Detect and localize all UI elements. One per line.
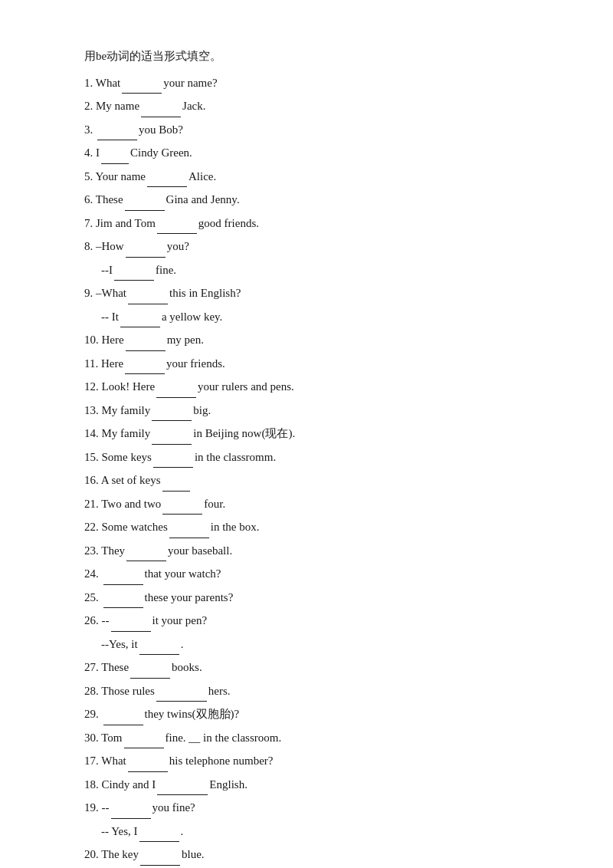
list-item: 13. My familybig. [84,399,529,422]
list-item: 28. Those ruleshers. [84,680,529,702]
list-item: 9. –Whatthis in English? [84,282,529,304]
list-item: 6. TheseGina and Jenny. [84,189,529,211]
list-item: 30. Tomfine. __ in the classroom. [84,727,529,749]
list-item: 14. My familyin Beijing now(现在). [84,422,529,445]
list-item: 3. you Bob? [84,119,529,141]
list-item: -- Ita yellow key. [84,306,529,328]
list-item: -- Yes, I. [84,820,529,843]
list-item: 18. Cindy and IEnglish. [84,774,529,796]
list-item: 23. Theyyour baseball. [84,540,529,562]
list-item: 1. Whatyour name? [84,72,529,94]
list-item: --Yes, it. [84,633,529,656]
list-item: 26. --it your pen? [84,610,529,632]
list-item: 5. Your nameAlice. [84,166,529,188]
list-item: 29. they twins(双胞胎)? [84,703,529,725]
list-item: 2. My nameJack. [84,95,529,117]
list-item: 8. –Howyou? [84,235,529,258]
list-item: 7. Jim and Tomgood friends. [84,212,529,235]
list-item: 11. Hereyour friends. [84,353,529,375]
page-title: 用be动词的适当形式填空。 [84,46,529,67]
list-item: 22. Some watchesin the box. [84,516,529,538]
list-item: 10. Heremy pen. [84,329,529,351]
list-item: 12. Look! Hereyour rulers and pens. [84,376,529,398]
list-item: 24. that your watch? [84,563,529,585]
list-item: --Ifine. [84,259,529,281]
list-item: 15. Some keysin the classromm. [84,446,529,469]
list-item: 27. Thesebooks. [84,656,529,679]
list-item: 20. The keyblue. [84,843,529,866]
exercise-list: 1. Whatyour name?2. My nameJack.3. you B… [84,72,529,866]
list-item: 4. ICindy Green. [84,142,529,164]
list-item: 16. A set of keys [84,469,529,492]
list-item: 21. Two and twofour. [84,493,529,515]
list-item: 19. --you fine? [84,797,529,819]
list-item: 25. these your parents? [84,587,529,609]
list-item: 17. Whathis telephone number? [84,750,529,772]
